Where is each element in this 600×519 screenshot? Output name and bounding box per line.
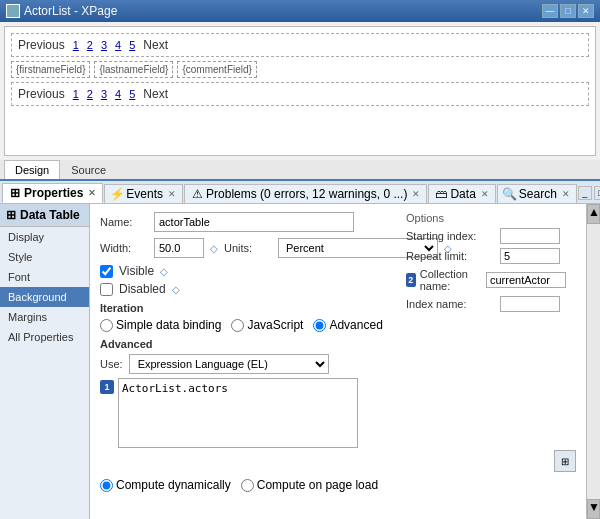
radio-simple: Simple data binding <box>100 318 221 332</box>
sidebar-item-style[interactable]: Style <box>0 247 89 267</box>
repeat-limit-label: Repeat limit: <box>406 250 496 262</box>
radio-javascript: JavaScript <box>231 318 303 332</box>
units-label: Units: <box>224 242 272 254</box>
preview-top-nav: Previous 1 2 3 4 5 Next <box>11 33 589 57</box>
radio-simple-input[interactable] <box>100 319 113 332</box>
properties-tab-close[interactable]: ✕ <box>88 188 96 198</box>
visible-diamond-icon: ◇ <box>160 266 168 277</box>
code-edit-button[interactable]: ⊞ <box>554 450 576 472</box>
width-diamond-icon: ◇ <box>210 243 218 254</box>
code-area-wrapper: 1 ActorList.actors ⊞ <box>100 378 576 472</box>
sidebar-header: ⊞ Data Table <box>0 204 89 227</box>
search-tab-close[interactable]: ✕ <box>562 189 570 199</box>
panel-minimize-button[interactable]: _ <box>578 186 592 200</box>
radio-advanced: Advanced <box>313 318 382 332</box>
disabled-diamond-icon: ◇ <box>172 284 180 295</box>
app-icon <box>6 4 20 18</box>
tab-problems[interactable]: ⚠ Problems (0 errors, 12 warnings, 0 ...… <box>184 184 427 203</box>
sidebar-item-allprops[interactable]: All Properties <box>0 327 89 347</box>
iteration-radio-group: Simple data binding JavaScript Advanced <box>100 318 576 332</box>
table-icon: ⊞ <box>6 208 16 222</box>
main-content: ⊞ Data Table Display Style Font Backgrou… <box>0 204 600 519</box>
starting-index-label: Starting index: <box>406 230 496 242</box>
advanced-label: Advanced <box>100 338 576 350</box>
sidebar-item-font[interactable]: Font <box>0 267 89 287</box>
sidebar-item-display[interactable]: Display <box>0 227 89 247</box>
compute-onload-label: Compute on page load <box>257 478 378 492</box>
width-label: Width: <box>100 242 148 254</box>
tab-data[interactable]: 🗃 Data ✕ <box>428 184 495 203</box>
use-row: Use: Expression Language (EL) JavaScript… <box>100 354 576 374</box>
index-name-input[interactable] <box>500 296 560 312</box>
data-tab-close[interactable]: ✕ <box>481 189 489 199</box>
index-name-label: Index name: <box>406 298 496 310</box>
width-input[interactable] <box>154 238 204 258</box>
data-icon: 🗃 <box>435 188 447 200</box>
scroll-down-btn[interactable]: ▼ <box>587 499 600 519</box>
warning-icon: ⚠ <box>191 188 203 200</box>
left-sidebar: ⊞ Data Table Display Style Font Backgrou… <box>0 204 90 519</box>
badge-1: 1 <box>100 380 114 394</box>
options-title: Options <box>406 212 566 224</box>
search-icon: 🔍 <box>504 188 516 200</box>
right-content: Options Starting index: Repeat limit: 2 … <box>90 204 586 519</box>
compute-dynamic: Compute dynamically <box>100 478 231 492</box>
maximize-button[interactable]: □ <box>560 4 576 18</box>
collection-name-label: Collection name: <box>420 268 482 292</box>
code-textarea[interactable]: ActorList.actors <box>118 378 358 448</box>
sidebar-item-margins[interactable]: Margins <box>0 307 89 327</box>
options-panel: Options Starting index: Repeat limit: 2 … <box>406 212 566 316</box>
events-tab-close[interactable]: ✕ <box>168 189 176 199</box>
scroll-up-btn[interactable]: ▲ <box>587 204 600 224</box>
use-label: Use: <box>100 358 123 370</box>
vertical-scrollbar[interactable]: ▲ ▼ <box>586 204 600 519</box>
tab-properties[interactable]: ⊞ Properties ✕ <box>2 183 103 203</box>
design-source-tabs: Design Source <box>0 160 600 181</box>
options-index-name-row: Index name: <box>406 296 566 312</box>
compute-row: Compute dynamically Compute on page load <box>100 478 576 492</box>
tab-design[interactable]: Design <box>4 160 60 179</box>
preview-bottom-nav: Previous 1 2 3 4 5 Next <box>11 82 589 106</box>
preview-fields: {firstnameField} {lastnameField} {commen… <box>11 61 589 78</box>
problems-tab-close[interactable]: ✕ <box>412 189 420 199</box>
minimize-button[interactable]: — <box>542 4 558 18</box>
disabled-checkbox[interactable] <box>100 283 113 296</box>
panel-maximize-button[interactable]: □ <box>594 186 600 200</box>
options-repeat-limit-row: Repeat limit: <box>406 248 566 264</box>
options-collection-name-row: 2 Collection name: <box>406 268 566 292</box>
radio-advanced-label: Advanced <box>329 318 382 332</box>
compute-onload: Compute on page load <box>241 478 378 492</box>
use-select[interactable]: Expression Language (EL) JavaScript SSJS <box>129 354 329 374</box>
title-bar: ActorList - XPage — □ ✕ <box>0 0 600 22</box>
compute-onload-input[interactable] <box>241 479 254 492</box>
tab-source[interactable]: Source <box>60 160 117 179</box>
preview-area: Previous 1 2 3 4 5 Next {firstnameField}… <box>4 26 596 156</box>
compute-dynamic-label: Compute dynamically <box>116 478 231 492</box>
disabled-label: Disabled <box>119 282 166 296</box>
tab-search[interactable]: 🔍 Search ✕ <box>497 184 577 203</box>
window-title: ActorList - XPage <box>24 4 117 18</box>
name-label: Name: <box>100 216 148 228</box>
advanced-section: Advanced Use: Expression Language (EL) J… <box>100 338 576 492</box>
grid-icon: ⊞ <box>9 187 21 199</box>
collection-name-input[interactable] <box>486 272 566 288</box>
repeat-limit-input[interactable] <box>500 248 560 264</box>
radio-simple-label: Simple data binding <box>116 318 221 332</box>
preview-nav-row1: Previous <box>18 38 65 52</box>
panel-tabs-bar: ⊞ Properties ✕ ⚡ Events ✕ ⚠ Problems (0 … <box>0 181 600 204</box>
visible-label: Visible <box>119 264 154 278</box>
close-button[interactable]: ✕ <box>578 4 594 18</box>
visible-checkbox[interactable] <box>100 265 113 278</box>
badge-2: 2 <box>406 273 416 287</box>
sidebar-item-background[interactable]: Background <box>0 287 89 307</box>
name-input[interactable] <box>154 212 354 232</box>
radio-advanced-input[interactable] <box>313 319 326 332</box>
starting-index-input[interactable] <box>500 228 560 244</box>
options-starting-index-row: Starting index: <box>406 228 566 244</box>
radio-javascript-label: JavaScript <box>247 318 303 332</box>
compute-dynamic-input[interactable] <box>100 479 113 492</box>
tab-events[interactable]: ⚡ Events ✕ <box>104 184 183 203</box>
lightning-icon: ⚡ <box>111 188 123 200</box>
radio-javascript-input[interactable] <box>231 319 244 332</box>
